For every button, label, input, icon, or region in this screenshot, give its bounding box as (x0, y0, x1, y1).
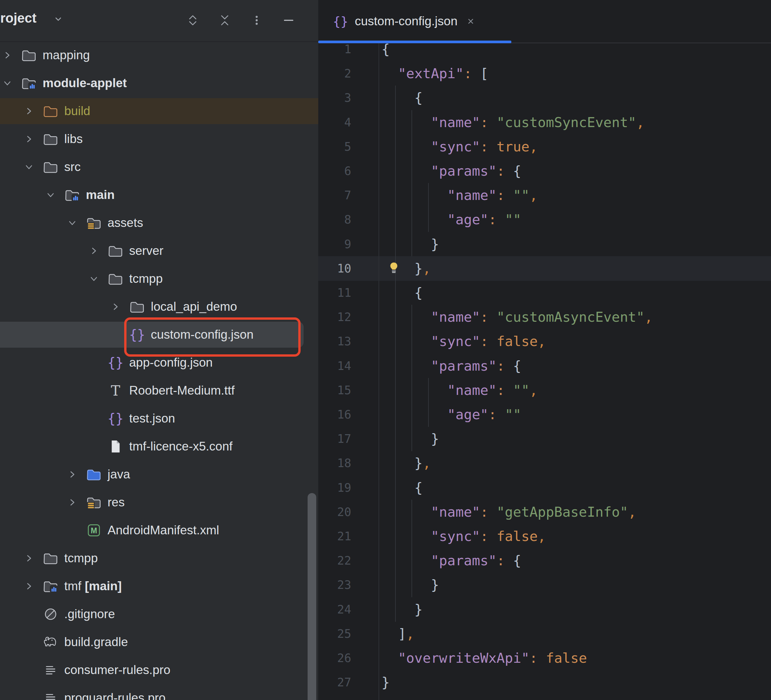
code-line[interactable]: 14"params": { (318, 354, 771, 378)
close-icon[interactable] (465, 16, 476, 27)
chevron-right-icon[interactable] (24, 553, 34, 564)
code-token-brace: } (415, 260, 423, 276)
code-line[interactable]: 24} (318, 597, 771, 622)
project-panel: Project mappingmodule-appletbuildlibss (0, 0, 318, 700)
indent-guide (428, 402, 429, 427)
tree-row-custom-config-json[interactable]: {}custom-config.json (0, 321, 318, 349)
code-token-colon: : (480, 114, 496, 130)
tree-row-app-config-json[interactable]: {}app-config.json (0, 349, 318, 377)
tree-row-tmf-licence-x5-conf[interactable]: tmf-licence-x5.conf (0, 432, 318, 460)
chevron-right-icon[interactable] (89, 245, 99, 256)
code-line[interactable]: 18}, (318, 451, 771, 476)
code-line[interactable]: 16"age": "" (318, 402, 771, 427)
code-line[interactable]: 5"sync": true, (318, 135, 771, 159)
collapse-all-icon[interactable] (217, 13, 233, 28)
code-token-comma: , (529, 187, 538, 203)
tree-row-mapping[interactable]: mapping (0, 41, 318, 69)
indent-guide (412, 159, 412, 184)
chevron-down-icon[interactable] (89, 273, 99, 284)
code-line[interactable]: 12"name": "customAsyncEvent", (318, 305, 771, 330)
chevron-right-icon[interactable] (67, 469, 78, 480)
chevron-down-icon[interactable] (24, 162, 34, 172)
module-folder-icon (43, 578, 58, 594)
chevron-right-icon[interactable] (24, 106, 34, 117)
code-line[interactable]: 17} (318, 427, 771, 451)
tree-row-androidmanifest-xml[interactable]: MAndroidManifest.xml (0, 516, 318, 544)
tree-row-build[interactable]: build (0, 97, 318, 125)
chevron-right-icon[interactable] (67, 497, 78, 508)
tree-row-src[interactable]: src (0, 153, 318, 181)
chevron-down-icon[interactable] (67, 218, 78, 228)
code-token-key: "name" (447, 382, 497, 398)
tree-row-roobert-medium-ttf[interactable]: TRoobert-Medium.ttf (0, 377, 318, 404)
code-line[interactable]: 7"name": "", (318, 183, 771, 208)
line-number: 9 (318, 232, 351, 257)
code-line[interactable]: 4"name": "customSyncEvent", (318, 110, 771, 135)
tree-row-libs[interactable]: libs (0, 125, 318, 153)
code-line[interactable]: 15"name": "", (318, 378, 771, 403)
code-line[interactable]: 25], (318, 622, 771, 646)
tree-row-java[interactable]: java (0, 460, 318, 489)
tree-row-proguard-rules-pro[interactable]: proguard-rules.pro (0, 684, 318, 700)
code-line[interactable]: 20"name": "getAppBaseInfo", (318, 500, 771, 525)
tree-row-tcmpp[interactable]: tcmpp (0, 265, 318, 293)
tree-row-consumer-rules-pro[interactable]: consumer-rules.pro (0, 656, 318, 684)
tree-row-label: local_api_demo (151, 293, 237, 321)
code-token-key: "name" (431, 309, 480, 325)
indent-guide (395, 597, 396, 622)
tree-row-label: module-applet (42, 69, 127, 97)
tree-row-build-gradle[interactable]: build.gradle (0, 628, 318, 656)
tree-row-test-json[interactable]: {}test.json (0, 404, 318, 432)
panel-title[interactable]: Project (0, 11, 37, 26)
chevron-right-icon[interactable] (24, 134, 34, 145)
intention-lightbulb-icon[interactable] (387, 261, 401, 277)
code-line[interactable]: 8"age": "" (318, 207, 771, 232)
code-line[interactable]: 10}, (318, 256, 771, 281)
hide-panel-icon[interactable] (281, 13, 296, 28)
code-token-key: "sync" (431, 139, 480, 155)
tree-row--gitignore[interactable]: .gitignore (0, 600, 318, 628)
chevron-right-icon[interactable] (24, 581, 34, 591)
code-line[interactable]: 23} (318, 573, 771, 597)
code-token-brace: { (415, 285, 423, 301)
tree-row-main[interactable]: main (0, 181, 318, 209)
tab-custom-config-json[interactable]: {} custom-config.json (318, 0, 511, 42)
code-token-brace: { (415, 480, 423, 496)
tree-row-server[interactable]: server (0, 237, 318, 265)
code-line[interactable]: 13"sync": false, (318, 329, 771, 354)
code-token-bool: false (497, 333, 538, 349)
code-line[interactable]: 2"extApi": [ (318, 61, 771, 86)
code-line[interactable]: 26"overwriteWxApi": false (318, 646, 771, 671)
chevron-down-icon[interactable] (2, 78, 13, 88)
indent-guide (395, 500, 396, 525)
code-line[interactable]: 21"sync": false, (318, 524, 771, 549)
tree-row-tmf[interactable]: tmf [main] (0, 572, 318, 600)
tree-row-assets[interactable]: assets (0, 209, 318, 237)
tree-row-module-applet[interactable]: module-applet (0, 69, 318, 97)
sidebar-scrollbar[interactable] (307, 493, 316, 700)
code-token-brace: } (431, 577, 439, 593)
expand-all-icon[interactable] (185, 13, 200, 28)
code-line[interactable]: 27} (318, 670, 771, 695)
line-number: 19 (318, 476, 351, 500)
code-line[interactable]: 3{ (318, 86, 771, 110)
code-token-colon: : (480, 528, 496, 544)
code-line[interactable]: 19{ (318, 476, 771, 500)
code-line[interactable]: 22"params": { (318, 548, 771, 573)
tree-row-tcmpp[interactable]: tcmpp (0, 544, 318, 572)
code-line[interactable]: 6"params": { (318, 159, 771, 184)
tree-row-label: custom-config.json (151, 321, 253, 349)
more-options-icon[interactable] (249, 13, 264, 28)
chevron-right-icon[interactable] (2, 50, 13, 60)
code-token-key: "params" (431, 163, 496, 179)
code-text: "name": "", (447, 183, 538, 208)
chevron-down-icon[interactable] (45, 190, 56, 200)
tree-row-res[interactable]: res (0, 489, 318, 516)
code-line[interactable]: 9} (318, 232, 771, 257)
code-token-brace: } (431, 431, 439, 447)
chevron-down-icon[interactable] (53, 14, 63, 25)
indent-guide (395, 524, 396, 549)
chevron-right-icon[interactable] (110, 301, 121, 312)
code-line[interactable]: 11{ (318, 281, 771, 305)
tree-row-local-api-demo[interactable]: local_api_demo (0, 293, 318, 321)
